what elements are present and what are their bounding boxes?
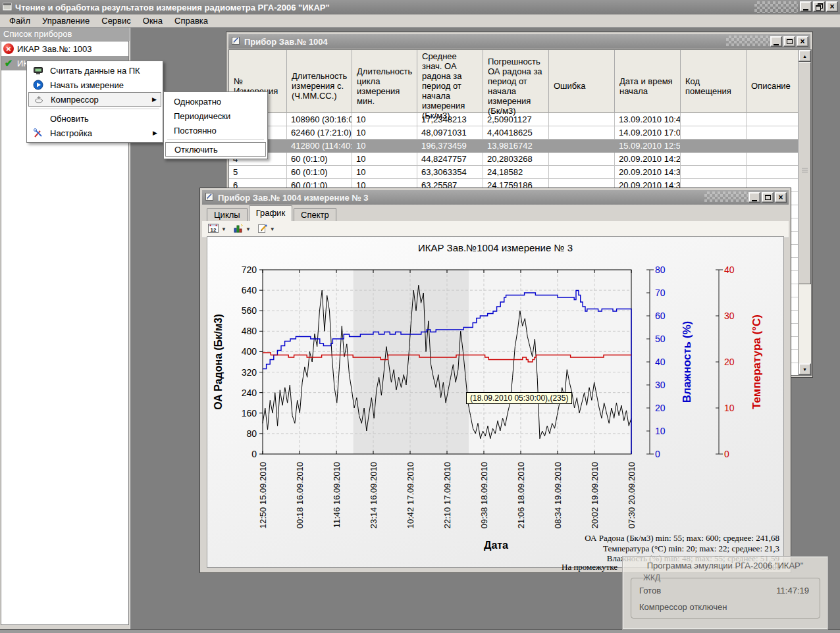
table-cell	[681, 166, 747, 179]
table-cell	[747, 166, 799, 179]
svg-text:20: 20	[724, 357, 735, 367]
chart-window-title: Прибор Зав.№ 1004 измерение № 3	[218, 193, 369, 203]
chart-type-icon	[233, 223, 244, 236]
table-cell: 13.09.2010 10:46	[615, 113, 681, 126]
column-header[interactable]: Описание	[747, 50, 799, 122]
chart-wizard-button[interactable]: ▼	[257, 223, 275, 236]
menu-item-Настройка[interactable]: Настройка▶	[28, 126, 161, 140]
table-window-titlebar: Прибор Зав.№ 1004 ×	[228, 34, 810, 49]
menu-item-Считать данные на ПК[interactable]: Считать данные на ПК	[28, 63, 161, 78]
menu-item-label: Считать данные на ПК	[50, 66, 140, 76]
close-button[interactable]: ×	[775, 192, 787, 203]
table-cell: 10	[352, 139, 417, 153]
table-cell: 17,2348213	[417, 113, 483, 126]
table-cell: 20.09.2010 14:31	[615, 166, 681, 179]
minimize-button[interactable]	[770, 36, 782, 47]
table-cell	[747, 126, 799, 139]
maximize-button[interactable]	[783, 36, 795, 47]
table-row[interactable]: 262460 (17:21:0)1048,09710314,4041862514…	[229, 126, 811, 139]
column-header[interactable]: Длительность цикла измерения мин.	[352, 50, 417, 122]
error-status-icon: ✕	[3, 43, 14, 54]
svg-text:09:38 18.09.2010: 09:38 18.09.2010	[479, 462, 489, 528]
tab-strip: ЦиклыГрафикСпектр	[202, 206, 336, 221]
table-cell: 14.09.2010 17:07	[615, 126, 681, 139]
svg-text:ОА Радона (Бк/м3): ОА Радона (Бк/м3)	[213, 314, 224, 410]
menu-item-label: Отключить	[174, 145, 218, 155]
chevron-down-icon: ▼	[246, 226, 251, 232]
device-list-item[interactable]: ✕ИКАР Зав.№: 1003	[1, 41, 128, 56]
scrollbar-thumb[interactable]	[799, 62, 811, 284]
close-button[interactable]: ×	[826, 1, 838, 12]
menubar-item-Окна[interactable]: Окна	[137, 14, 169, 28]
submenu-item-Однократно[interactable]: Однократно	[165, 94, 266, 109]
data-point-tooltip: (18.09.2010 05:30:00),(235)	[466, 392, 572, 404]
column-header[interactable]: Ошибка	[549, 50, 615, 122]
table-header-row: № ИзмеренияДлительность измерения с. (Ч.…	[229, 50, 811, 113]
calendar-button[interactable]: 12 ▼	[208, 223, 226, 236]
table-row[interactable]: 1108960 (30:16:0)1017,23482132,509011271…	[229, 113, 811, 126]
menu-item-Обновить[interactable]: Обновить	[28, 111, 161, 126]
table-row[interactable]: 560 (0:1:0)1063,306335424,1858220.09.201…	[229, 166, 811, 179]
column-header[interactable]: Код помещения	[681, 50, 747, 122]
svg-text:0: 0	[724, 449, 729, 459]
svg-text:60: 60	[655, 311, 666, 321]
menubar-item-Сервис[interactable]: Сервис	[95, 14, 137, 28]
submenu-item-Постоянно[interactable]: Постоянно	[165, 123, 266, 138]
table-row[interactable]: 3412800 (114:40:0)10196,37345913,9816742…	[229, 139, 811, 153]
chart-type-button[interactable]: ▼	[233, 223, 251, 236]
main-window-title: Чтение и обработка результатов измерения…	[15, 3, 330, 13]
tab-Циклы[interactable]: Циклы	[207, 208, 248, 221]
submenu-item-Периодически[interactable]: Периодически	[165, 109, 266, 123]
column-header[interactable]: Длительность измерения с. (Ч.ММ.СС.)	[287, 50, 352, 122]
svg-text:10: 10	[655, 426, 666, 436]
svg-text:30: 30	[724, 311, 735, 321]
restore-button[interactable]	[813, 1, 825, 12]
chevron-down-icon: ▼	[221, 226, 226, 232]
svg-text:Влажность (%): Влажность (%)	[681, 321, 693, 403]
table-row[interactable]: 460 (0:1:0)1044,824775720,280326820.09.2…	[229, 153, 811, 166]
chart-panel[interactable]: 08016024032040048056064072012:50 15.09.2…	[207, 236, 784, 568]
table-cell	[549, 126, 615, 139]
svg-text:12:50 15.09.2010: 12:50 15.09.2010	[258, 462, 268, 528]
table-scrollbar[interactable]: ▲ ▼	[798, 50, 811, 375]
table-cell: 5	[229, 166, 287, 179]
menubar-item-Файл[interactable]: Файл	[3, 14, 36, 28]
svg-text:20:02 19.09.2010: 20:02 19.09.2010	[590, 462, 600, 528]
column-header[interactable]: Среднее знач. ОА радона за период от нач…	[417, 50, 483, 122]
svg-text:00:18 16.09.2010: 00:18 16.09.2010	[295, 462, 305, 528]
column-header[interactable]: Погрешность ОА радона за период от начал…	[483, 50, 549, 122]
menubar-item-Управление[interactable]: Управление	[36, 14, 95, 28]
submenu-item-Отключить[interactable]: Отключить	[165, 142, 266, 157]
compressor-icon	[32, 94, 45, 105]
maximize-button[interactable]	[762, 192, 774, 203]
table-cell: 48,0971031	[417, 126, 483, 139]
table-cell: 108960 (30:16:0)	[287, 113, 352, 126]
menubar-item-Справка[interactable]: Справка	[169, 14, 214, 28]
measurement-chart-window: Прибор Зав.№ 1004 измерение № 3 × ЦиклыГ…	[199, 188, 791, 573]
menu-item-Компрессор[interactable]: Компрессор▶	[28, 92, 161, 107]
column-header[interactable]: Дата и время начала	[615, 50, 681, 122]
table-cell	[549, 113, 615, 126]
svg-text:80: 80	[246, 428, 257, 439]
svg-text:40: 40	[724, 265, 735, 275]
minimize-button[interactable]	[800, 1, 812, 12]
tab-График[interactable]: График	[249, 205, 292, 221]
table-cell: 13,9816742	[483, 139, 549, 153]
menu-item-Начать измерение[interactable]: Начать измерение	[28, 78, 161, 92]
table-cell: 10	[352, 166, 417, 179]
menu-item-label: Однократно	[174, 97, 221, 107]
scroll-up-icon[interactable]: ▲	[799, 50, 811, 62]
table-cell: 44,8247757	[417, 153, 483, 166]
lcd-groupbox: ЖКД Готов 11:47:19 Компрессор отключен	[631, 578, 820, 619]
svg-text:50: 50	[655, 334, 666, 344]
titlebar-dither	[726, 36, 770, 46]
table-cell	[549, 153, 615, 166]
tab-Спектр[interactable]: Спектр	[294, 208, 336, 221]
minimize-button[interactable]	[748, 192, 760, 203]
svg-text:07:30 20.09.2010: 07:30 20.09.2010	[627, 462, 637, 528]
scroll-down-icon[interactable]: ▼	[799, 363, 811, 375]
table-window-title: Прибор Зав.№ 1004	[244, 37, 328, 47]
svg-text:240: 240	[242, 388, 257, 398]
close-button[interactable]: ×	[797, 36, 808, 47]
emulator-status: Готов	[639, 586, 661, 595]
